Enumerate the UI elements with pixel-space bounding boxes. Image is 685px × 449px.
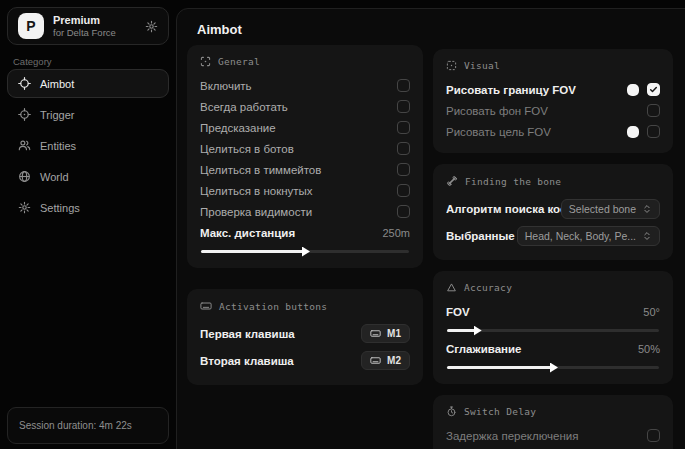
- chevrons-up-down-icon: [642, 204, 652, 214]
- frame-icon: [446, 60, 457, 71]
- setting-controls: [627, 83, 660, 96]
- panel-finding-bone: Finding the bone Алгоритм поиска костей …: [433, 164, 673, 260]
- category-label: Category: [13, 56, 52, 67]
- setting-row: Целиться в тиммейтов: [200, 159, 410, 180]
- left-column: General Включить Всегда работать Предска…: [187, 45, 423, 406]
- setting-label: Целиться в тиммейтов: [200, 164, 397, 176]
- keybind-value: M1: [387, 328, 401, 339]
- checkbox-target-bots[interactable]: [397, 142, 410, 155]
- crosshair-dot-icon: [18, 108, 31, 121]
- checkbox-draw-fov-target[interactable]: [647, 125, 660, 138]
- panel-accuracy: Accuracy FOV 50° Сглаживание 50%: [433, 271, 673, 384]
- setting-label: Первая клавиша: [200, 328, 361, 340]
- setting-row: Сглаживание 50%: [446, 338, 660, 359]
- setting-row: Рисовать границу FOV: [446, 79, 660, 100]
- setting-label: Макс. дистанция: [200, 227, 374, 239]
- sidebar-item-world[interactable]: World: [7, 162, 169, 191]
- scan-crosshair-icon: [200, 56, 211, 67]
- panel-bone-header: Finding the bone: [446, 175, 660, 187]
- sidebar-item-label: Aimbot: [40, 78, 74, 90]
- panel-title: General: [218, 56, 260, 67]
- setting-row: Рисовать цель FOV: [446, 121, 660, 142]
- panel-general-header: General: [200, 56, 410, 67]
- sidebar-item-settings[interactable]: Settings: [7, 193, 169, 222]
- panel-accuracy-header: Accuracy: [446, 282, 660, 293]
- setting-row: Первая клавиша M1: [200, 320, 410, 347]
- select-value: Selected bone: [569, 203, 636, 215]
- selected-bones-select[interactable]: Head, Neck, Body, Pe...: [517, 226, 660, 246]
- triangle-icon: [446, 282, 457, 293]
- users-icon: [18, 139, 31, 152]
- setting-row: Макс. дистанция 250m: [200, 222, 410, 243]
- panel-title: Switch Delay: [464, 406, 536, 417]
- select-value: Head, Neck, Body, Pe...: [525, 230, 636, 242]
- sidebar-item-entities[interactable]: Entities: [7, 131, 169, 160]
- second-key-button[interactable]: M2: [361, 351, 410, 370]
- checkbox-switch-delay[interactable]: [647, 429, 660, 442]
- setting-label: Проверка видимости: [200, 206, 397, 218]
- panel-general: General Включить Всегда работать Предска…: [187, 45, 423, 268]
- panel-title: Finding the bone: [465, 176, 561, 187]
- page-title: Aimbot: [197, 22, 242, 37]
- slider-thumb[interactable]: [550, 363, 558, 373]
- setting-controls: [647, 104, 660, 117]
- panel-activation-header: Activation buttons: [200, 300, 410, 312]
- checkbox-draw-fov-background[interactable]: [647, 104, 660, 117]
- setting-row: Задержка переключения: [446, 425, 660, 446]
- first-key-button[interactable]: M1: [361, 324, 410, 343]
- setting-label: Рисовать цель FOV: [446, 126, 619, 138]
- panel-switch-delay: Switch Delay Задержка переключения Задер…: [433, 395, 673, 449]
- color-swatch[interactable]: [627, 126, 639, 138]
- sidebar-item-trigger[interactable]: Trigger: [7, 100, 169, 129]
- bone-algorithm-select[interactable]: Selected bone: [561, 199, 660, 219]
- setting-value: 50%: [638, 343, 660, 355]
- setting-row: Проверка видимости: [200, 201, 410, 222]
- setting-label: Алгоритм поиска костей: [446, 203, 561, 215]
- checkbox-draw-fov-border[interactable]: [647, 83, 660, 96]
- keyboard-icon: [370, 355, 381, 366]
- slider-thumb[interactable]: [302, 247, 310, 257]
- main-content: Aimbot General Включить Всегда работать …: [176, 8, 685, 449]
- panel-activation-buttons: Activation buttons Первая клавиша M1 Вто…: [187, 289, 423, 385]
- setting-label: Задержка переключения: [446, 430, 647, 442]
- sidebar-item-label: Entities: [40, 140, 76, 152]
- setting-label: Рисовать фон FOV: [446, 105, 639, 117]
- setting-row: FOV 50°: [446, 301, 660, 322]
- checkbox-visibility-check[interactable]: [397, 205, 410, 218]
- setting-row: Алгоритм поиска костей Selected bone: [446, 195, 660, 222]
- keyboard-icon: [200, 300, 212, 312]
- checkbox-target-teammates[interactable]: [397, 163, 410, 176]
- sidebar-nav: Aimbot Trigger Entities World Settings: [7, 69, 169, 224]
- panel-title: Accuracy: [464, 282, 512, 293]
- brand-logo: P: [18, 13, 44, 39]
- sidebar-item-label: World: [40, 171, 69, 183]
- smoothing-slider[interactable]: [447, 366, 659, 369]
- slider-thumb[interactable]: [474, 326, 482, 336]
- brand-subtitle: for Delta Force: [53, 27, 116, 38]
- gear-icon: [18, 201, 31, 214]
- setting-row: Всегда работать: [200, 96, 410, 117]
- setting-value: 250m: [382, 227, 410, 239]
- setting-row: Рисовать фон FOV: [446, 100, 660, 121]
- crosshair-icon: [18, 77, 31, 90]
- gear-icon[interactable]: [145, 20, 158, 33]
- color-swatch[interactable]: [627, 84, 639, 96]
- setting-label: Вторая клавиша: [200, 355, 361, 367]
- checkbox-enable[interactable]: [397, 79, 410, 92]
- sidebar-item-label: Settings: [40, 202, 80, 214]
- max-distance-slider[interactable]: [201, 250, 409, 253]
- globe-icon: [18, 170, 31, 183]
- panel-visual: Visual Рисовать границу FOV Рисовать фон…: [433, 49, 673, 153]
- setting-label: Сглаживание: [446, 343, 630, 355]
- checkbox-always-work[interactable]: [397, 100, 410, 113]
- session-duration-box: Session duration: 4m 22s: [7, 407, 169, 444]
- panel-title: Activation buttons: [219, 301, 327, 312]
- sidebar-item-aimbot[interactable]: Aimbot: [7, 69, 169, 98]
- setting-row: Выбранные кости Head, Neck, Body, Pe...: [446, 222, 660, 249]
- panel-switch-delay-header: Switch Delay: [446, 406, 660, 417]
- checkbox-prediction[interactable]: [397, 121, 410, 134]
- setting-row: Целиться в ботов: [200, 138, 410, 159]
- checkbox-target-knocked[interactable]: [397, 184, 410, 197]
- sidebar-item-label: Trigger: [40, 109, 74, 121]
- fov-slider[interactable]: [447, 329, 659, 332]
